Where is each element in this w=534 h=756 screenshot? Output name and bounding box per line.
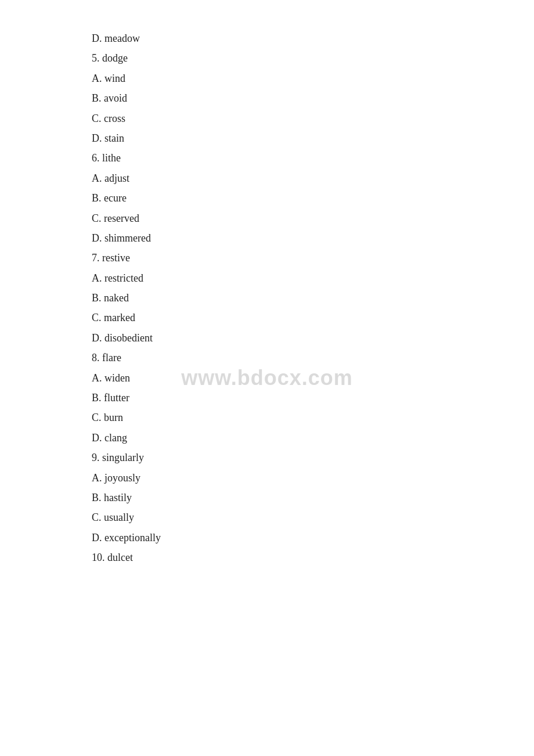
d-meadow: D. meadow	[92, 29, 442, 48]
d-disobedient: D. disobedient	[92, 329, 442, 347]
c-burn: C. burn	[92, 408, 442, 427]
c-cross: C. cross	[92, 109, 442, 128]
b-naked: B. naked	[92, 289, 442, 307]
d-shimmered: D. shimmered	[92, 229, 442, 247]
q6: 6. lithe	[92, 149, 442, 167]
a-restricted: A. restricted	[92, 269, 442, 287]
q8: 8. flare	[92, 348, 442, 367]
q9: 9. singularly	[92, 448, 442, 467]
a-adjust: A. adjust	[92, 169, 442, 188]
q10: 10. dulcet	[92, 548, 442, 567]
c-marked: C. marked	[92, 308, 442, 327]
d-clang: D. clang	[92, 429, 442, 447]
b-avoid: B. avoid	[92, 89, 442, 107]
b-flutter: B. flutter	[92, 388, 442, 407]
q7: 7. restive	[92, 249, 442, 267]
d-exceptionally: D. exceptionally	[92, 528, 442, 547]
d-stain: D. stain	[92, 129, 442, 147]
c-reserved: C. reserved	[92, 209, 442, 228]
c-usually: C. usually	[92, 508, 442, 527]
a-wind: A. wind	[92, 69, 442, 88]
a-joyously: A. joyously	[92, 469, 442, 487]
a-widen: A. widen	[92, 369, 442, 387]
main-content: D. meadow5. dodgeA. windB. avoidC. cross…	[0, 0, 534, 597]
q5: 5. dodge	[92, 49, 442, 67]
b-ecure: B. ecure	[92, 189, 442, 207]
b-hastily: B. hastily	[92, 488, 442, 507]
